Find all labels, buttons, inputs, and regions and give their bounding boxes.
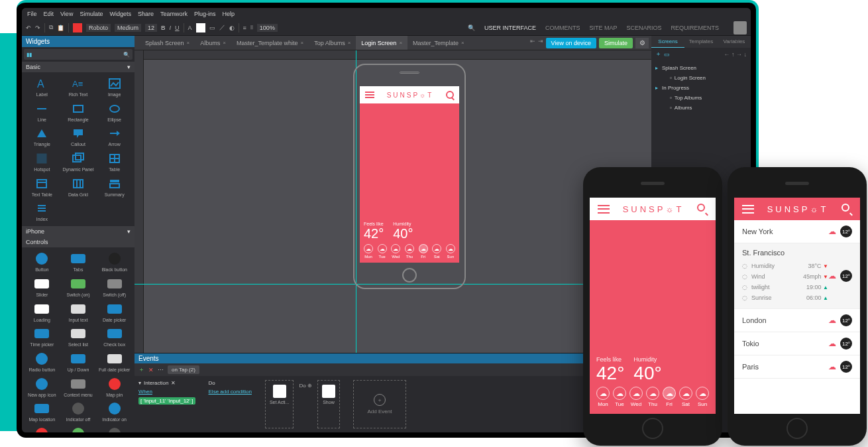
tree-item[interactable]: ▫Login Screen bbox=[653, 73, 749, 83]
widget-map-pin[interactable]: Map pin bbox=[97, 375, 132, 399]
undo-icon[interactable]: ↶ bbox=[26, 25, 31, 31]
day-wed[interactable]: ☁Wed bbox=[391, 244, 400, 259]
widget-full-date-picker[interactable]: Full date picker bbox=[97, 350, 132, 374]
day-mon[interactable]: ☁Mon bbox=[596, 387, 610, 407]
nav-comments[interactable]: COMMENTS bbox=[545, 25, 580, 31]
menu-plugins[interactable]: Plug-ins bbox=[194, 11, 216, 17]
widget-date-picker[interactable]: Date picker bbox=[97, 300, 132, 324]
widget-summary[interactable]: Summary bbox=[97, 175, 132, 199]
menu-edit[interactable]: Edit bbox=[44, 11, 54, 17]
tab-variables[interactable]: Variables bbox=[718, 36, 751, 48]
widget-indicator-off[interactable]: Indicator off bbox=[61, 400, 96, 424]
tree-item[interactable]: Splash Screen bbox=[653, 63, 749, 73]
widget-line[interactable]: Line bbox=[25, 100, 60, 124]
more-icon[interactable]: ⋯ bbox=[158, 367, 164, 373]
hamburger-icon[interactable] bbox=[365, 92, 374, 98]
canvas[interactable]: SUNSP☼T Feels like42° Humidity40° ☁Mon☁T… bbox=[135, 50, 651, 353]
nav-requirements[interactable]: REQUIREMENTS bbox=[671, 25, 719, 31]
search-icon[interactable]: 🔍 bbox=[121, 52, 133, 58]
widget-rectangle[interactable]: Rectangle bbox=[61, 100, 96, 124]
device-screen[interactable]: SUNSP☼T Feels like42° Humidity40° ☁Mon☁T… bbox=[360, 86, 459, 263]
view-on-device-button[interactable]: View on device bbox=[546, 38, 596, 48]
user-avatar-icon[interactable] bbox=[733, 21, 747, 34]
opacity-icon[interactable]: ◐ bbox=[229, 25, 235, 31]
day-fri[interactable]: ☁Fri bbox=[663, 387, 676, 407]
widget-new-app-icon[interactable]: New app icon bbox=[25, 375, 60, 399]
underline-icon[interactable]: U bbox=[175, 25, 180, 31]
doc-tab[interactable]: Master_Template white× bbox=[231, 36, 309, 50]
search-icon[interactable]: 🔍 bbox=[468, 25, 475, 31]
widget-dynamic-panel[interactable]: Dynamic Panel bbox=[61, 150, 96, 174]
section-basic[interactable]: Basic▾ bbox=[22, 62, 135, 72]
else-link[interactable]: Else add condition bbox=[209, 389, 252, 395]
font-weight-select[interactable]: Medium bbox=[115, 24, 141, 32]
city-row[interactable]: London☁12° bbox=[734, 309, 860, 332]
widget-check-box[interactable]: Check box bbox=[97, 325, 132, 349]
align-icon[interactable]: ≡ bbox=[243, 25, 246, 31]
chevron-down-icon[interactable]: ▾ bbox=[138, 380, 141, 386]
city-row[interactable]: Paris☁12° bbox=[734, 355, 860, 379]
event-tab[interactable]: on Tap (2) bbox=[168, 365, 199, 374]
device-wireframe[interactable]: SUNSP☼T Feels like42° Humidity40° ☁Mon☁T… bbox=[353, 64, 466, 289]
widget-add[interactable]: Add bbox=[61, 425, 96, 432]
chart-icon[interactable]: ▮▮ bbox=[24, 52, 34, 58]
day-sun[interactable]: ☁Sun bbox=[696, 387, 709, 407]
city-row[interactable]: Tokio☁12° bbox=[734, 332, 860, 355]
widget-select-list[interactable]: Select list bbox=[61, 325, 96, 349]
redo-icon[interactable]: ↷ bbox=[35, 25, 40, 31]
close-icon[interactable]: × bbox=[348, 40, 351, 46]
bold-icon[interactable]: B bbox=[161, 25, 166, 31]
hamburger-icon[interactable] bbox=[742, 205, 754, 214]
add-event-button[interactable]: ＋ Add Event bbox=[353, 380, 406, 428]
widgets-search-input[interactable] bbox=[34, 49, 121, 60]
widget-ellipse[interactable]: Ellipse bbox=[97, 100, 132, 124]
copy-icon[interactable]: ⧉ bbox=[49, 24, 53, 31]
section-iphone[interactable]: iPhone▾ bbox=[22, 226, 135, 237]
city-row[interactable]: St. Francisco◌Humidity38°C ▼◌Wind45mph ▼… bbox=[734, 243, 860, 309]
widget-loading[interactable]: Loading bbox=[25, 300, 60, 324]
italic-icon[interactable]: I bbox=[170, 25, 172, 31]
widget-button[interactable]: Button bbox=[25, 250, 60, 274]
nav-sitemap[interactable]: SITE MAP bbox=[589, 25, 617, 31]
zoom-select[interactable]: 100% bbox=[257, 24, 278, 32]
menu-teamwork[interactable]: Teamwork bbox=[160, 11, 188, 17]
remove-event-icon[interactable]: ✕ bbox=[148, 367, 154, 373]
widget-indicator-on[interactable]: Indicator on bbox=[97, 400, 132, 424]
close-icon[interactable]: × bbox=[399, 40, 402, 46]
search-icon[interactable] bbox=[697, 204, 708, 214]
doc-tab[interactable]: Albums× bbox=[195, 36, 231, 50]
paste-icon[interactable]: 📋 bbox=[57, 25, 64, 31]
city-row[interactable]: New York☁12° bbox=[734, 220, 860, 243]
doc-tab[interactable]: Login Screen× bbox=[356, 36, 407, 50]
tab-screens[interactable]: Screens bbox=[651, 36, 684, 48]
nav-back-icon[interactable]: ⇤ bbox=[530, 38, 535, 48]
hamburger-icon[interactable] bbox=[598, 205, 610, 214]
tree-item[interactable]: In Progress bbox=[653, 83, 749, 93]
widget-slider[interactable]: Slider bbox=[25, 275, 60, 299]
tree-item[interactable]: ▫Top Albums bbox=[653, 93, 749, 103]
widget-input-text[interactable]: Input text bbox=[61, 300, 96, 324]
day-thu[interactable]: ☁Thu bbox=[646, 387, 659, 407]
widget-rich-text[interactable]: A≡Rich Text bbox=[61, 75, 96, 99]
day-mon[interactable]: ☁Mon bbox=[364, 244, 373, 259]
day-tue[interactable]: ☁Tue bbox=[378, 244, 387, 259]
tab-templates[interactable]: Templates bbox=[684, 36, 718, 48]
settings-button[interactable]: ⚙ bbox=[635, 38, 649, 48]
widget-table[interactable]: Table bbox=[97, 150, 132, 174]
widget-delete-entered[interactable]: Delete entered bbox=[97, 425, 132, 432]
widget-data-grid[interactable]: Data Grid bbox=[61, 175, 96, 199]
day-wed[interactable]: ☁Wed bbox=[629, 387, 643, 407]
when-link[interactable]: When bbox=[138, 389, 195, 395]
widget-context-menu[interactable]: Context menu bbox=[61, 375, 96, 399]
day-sun[interactable]: ☁Sun bbox=[446, 244, 455, 259]
widget-switch-off-[interactable]: Switch (off) bbox=[97, 275, 132, 299]
font-size-select[interactable]: 12 bbox=[145, 24, 157, 32]
close-icon[interactable]: × bbox=[300, 40, 303, 46]
close-icon[interactable]: ✕ bbox=[171, 380, 176, 386]
swatch-icon[interactable] bbox=[73, 23, 82, 32]
widget-tabs[interactable]: Tabs bbox=[61, 250, 96, 274]
menu-widgets[interactable]: Widgets bbox=[109, 11, 131, 17]
text-color-icon[interactable]: A bbox=[188, 25, 192, 31]
section-controls[interactable]: Controls bbox=[22, 237, 135, 247]
menu-share[interactable]: Share bbox=[138, 11, 154, 17]
